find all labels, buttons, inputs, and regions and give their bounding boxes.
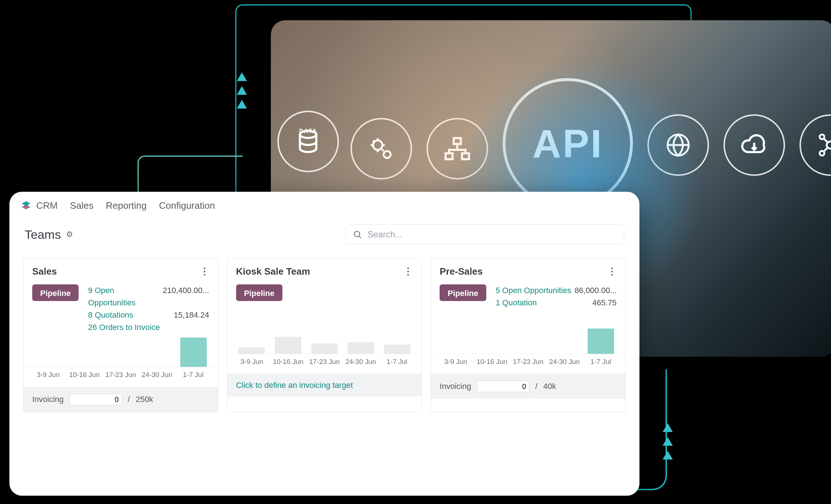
more-icon[interactable]: ⋮ xyxy=(403,269,413,274)
card-title: Sales xyxy=(32,266,57,277)
arrow-up-icon xyxy=(237,100,247,109)
link-quotations[interactable]: 8 Quotations xyxy=(88,309,133,321)
card-presales: Pre-Sales ⋮ Pipeline 5 Open Opportunitie… xyxy=(431,258,626,412)
footer-target: 250k xyxy=(136,395,153,404)
value: 210,400.00... xyxy=(163,284,209,309)
value: 15,184.24 xyxy=(174,309,209,321)
app-logo-icon xyxy=(20,200,32,211)
card-footer: Invoicing / 40k xyxy=(431,374,625,399)
define-target-link[interactable]: Click to define an invoicing target xyxy=(236,381,353,390)
link-quotations[interactable]: 1 Quotation xyxy=(496,297,537,309)
svg-point-0 xyxy=(300,131,316,138)
link-open-opps[interactable]: 9 Open Opportunities xyxy=(88,284,163,309)
arrow-up-icon xyxy=(663,423,673,432)
mini-bar-chart xyxy=(431,321,625,354)
gear-icon[interactable]: ⚙ xyxy=(66,230,73,239)
value: 86,000.00... xyxy=(575,284,617,297)
arrow-up-icon xyxy=(663,437,673,446)
footer-label: Invoicing xyxy=(32,395,64,404)
decorative-line-right xyxy=(666,369,667,463)
more-icon[interactable]: ⋮ xyxy=(200,269,209,274)
search-icon xyxy=(353,230,362,241)
invoicing-input[interactable] xyxy=(477,381,529,392)
api-badge-icon: API xyxy=(503,78,633,208)
nav-sales[interactable]: Sales xyxy=(70,200,93,211)
footer-label: Invoicing xyxy=(440,382,471,391)
card-sales: Sales ⋮ Pipeline 9 Open Opportunities210… xyxy=(23,258,218,412)
org-tree-icon xyxy=(427,118,488,179)
card-links: 9 Open Opportunities210,400.00... 8 Quot… xyxy=(88,284,209,334)
card-links: 5 Open Opportunities86,000.00... 1 Quota… xyxy=(496,284,617,321)
svg-point-2 xyxy=(383,151,390,158)
card-title: Pre-Sales xyxy=(440,266,483,277)
team-cards: Sales ⋮ Pipeline 9 Open Opportunities210… xyxy=(9,252,639,419)
arrow-up-icon xyxy=(237,86,247,95)
app-name: CRM xyxy=(36,200,58,211)
arrow-up-icon xyxy=(663,451,673,459)
cloud-sync-icon xyxy=(723,114,785,176)
card-kiosk: Kiosk Sale Team ⋮ Pipeline 3-9 Jun10-16 … xyxy=(227,258,422,412)
card-footer: Click to define an invoicing target xyxy=(227,374,422,397)
chart-axis-labels: 3-9 Jun10-16 Jun17-23 Jun24-30 Jun1-7 Ju… xyxy=(24,367,218,387)
pipeline-button[interactable]: Pipeline xyxy=(32,284,79,301)
svg-point-10 xyxy=(820,151,824,156)
link-open-opps[interactable]: 5 Open Opportunities xyxy=(496,284,571,297)
crm-logo[interactable]: CRM xyxy=(20,200,58,211)
card-footer: Invoicing / 250k xyxy=(24,387,218,412)
network-icon xyxy=(799,114,831,176)
footer-sep: / xyxy=(128,395,130,404)
globe-icon xyxy=(647,114,709,176)
footer-target: 40k xyxy=(543,382,556,391)
chart-axis-labels: 3-9 Jun10-16 Jun17-23 Jun24-30 Jun1-7 Ju… xyxy=(227,354,422,374)
pipeline-button[interactable]: Pipeline xyxy=(236,284,282,301)
link-orders-invoice[interactable]: 26 Orders to Invoice xyxy=(88,321,160,334)
svg-point-6 xyxy=(668,135,689,156)
value: 465.75 xyxy=(592,297,617,309)
chart-axis-labels: 3-9 Jun10-16 Jun17-23 Jun24-30 Jun1-7 Ju… xyxy=(431,354,625,374)
svg-rect-5 xyxy=(462,153,469,159)
arrow-up-icon xyxy=(237,72,247,81)
data-db-icon: DATA xyxy=(277,111,339,172)
svg-point-8 xyxy=(820,135,824,139)
api-label: API xyxy=(532,120,603,166)
search-wrap xyxy=(345,224,624,245)
footer-sep: / xyxy=(535,382,537,391)
mini-bar-chart xyxy=(24,334,218,367)
page-title-wrap: Teams ⚙ xyxy=(25,228,73,242)
invoicing-input[interactable] xyxy=(70,394,122,405)
more-icon[interactable]: ⋮ xyxy=(607,269,617,274)
svg-rect-4 xyxy=(446,153,453,159)
subheader: Teams ⚙ xyxy=(9,219,639,252)
card-title: Kiosk Sale Team xyxy=(236,266,310,277)
svg-rect-3 xyxy=(454,138,461,144)
pipeline-button[interactable]: Pipeline xyxy=(440,284,486,301)
search-input[interactable] xyxy=(345,224,624,245)
svg-point-12 xyxy=(354,231,360,237)
nav-reporting[interactable]: Reporting xyxy=(106,200,147,211)
crm-window: CRM Sales Reporting Configuration Teams … xyxy=(9,192,639,496)
svg-point-1 xyxy=(373,140,382,150)
nav-configuration[interactable]: Configuration xyxy=(159,200,215,211)
page-title: Teams xyxy=(25,228,61,242)
gears-icon xyxy=(351,118,412,179)
data-label: DATA xyxy=(279,128,337,135)
crm-topbar: CRM Sales Reporting Configuration xyxy=(9,192,639,219)
mini-bar-chart xyxy=(227,321,422,354)
svg-point-7 xyxy=(827,141,831,148)
crm-nav: Sales Reporting Configuration xyxy=(70,200,215,211)
